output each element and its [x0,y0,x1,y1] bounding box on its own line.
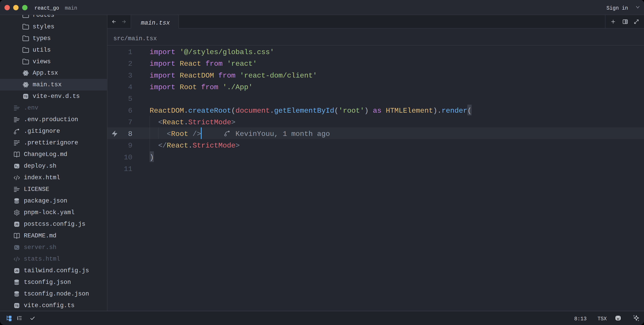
svg-text:JS: JS [15,223,18,226]
svg-text:JS: JS [15,269,18,272]
svg-text:TS: TS [15,304,18,307]
svg-text:TS: TS [24,95,27,98]
